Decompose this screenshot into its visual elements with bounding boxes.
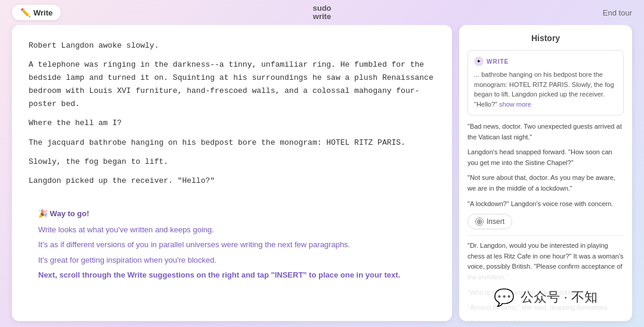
insert-icon-1: ⊕ [475, 217, 484, 226]
editor-panel: Robert Langdon awoke slowly. A telephone… [12, 25, 452, 321]
insert-button-1[interactable]: ⊕ Insert [467, 214, 512, 229]
write-button-label: Write [33, 8, 52, 17]
history-preview: ... bathrobe hanging on his bedpost bore… [474, 70, 617, 109]
paragraph-1: Robert Langdon awoke slowly. [29, 39, 435, 52]
show-more-link[interactable]: show more [499, 101, 531, 108]
end-tour-button[interactable]: End tour [603, 8, 632, 17]
paragraph-4: The jacquard bathrobe hanging on his bed… [29, 136, 435, 150]
wechat-icon: 💬 [494, 288, 515, 307]
pencil-icon: ✏️ [20, 8, 30, 17]
logo-text: sudo write [312, 4, 331, 21]
divider-1 [467, 235, 624, 236]
tour-line-4: Next, scroll through the Write suggestio… [38, 269, 426, 281]
editor-text: Robert Langdon awoke slowly. A telephone… [29, 39, 435, 188]
suggestion-2: Langdon's head snapped forward. "How soo… [467, 147, 624, 168]
tour-line-2: It's as if different versions of you in … [38, 239, 426, 251]
tour-title: 🎉 Way to go! [38, 209, 426, 218]
write-section-header: ✦ WRITE [474, 57, 617, 66]
history-panel: History ✦ WRITE ... bathrobe hanging on … [459, 25, 632, 321]
write-badge-icon: ✦ [474, 57, 484, 66]
paragraph-2: A telephone was ringing in the darkness-… [29, 58, 435, 111]
header: ✏️ Write sudo write End tour [0, 0, 644, 25]
write-section: ✦ WRITE ... bathrobe hanging on his bedp… [467, 50, 624, 116]
watermark-overlay: 💬 公众号 · 不知 [459, 273, 632, 321]
watermark-text: 公众号 · 不知 [521, 288, 597, 306]
history-title: History [467, 33, 624, 43]
paragraph-6: Langdon picked up the receiver. "Hello?" [29, 175, 435, 188]
suggestion-1: "Bad news, doctor. Two unexpected guests… [467, 122, 624, 142]
tour-line-3: It's great for getting inspiration when … [38, 254, 426, 266]
paragraph-3: Where the hell am I? [29, 117, 435, 130]
app-logo: sudo write [312, 4, 331, 21]
write-button[interactable]: ✏️ Write [12, 5, 61, 20]
paragraph-5: Slowly, the fog began to lift. [29, 155, 435, 169]
tour-line-1: Write looks at what you've written and k… [38, 224, 426, 236]
write-badge: WRITE [487, 58, 509, 65]
suggestion-3: "Not sure about that, doctor. As you may… [467, 173, 624, 194]
tour-box: 🎉 Way to go! Write looks at what you've … [29, 200, 435, 294]
main-content: Robert Langdon awoke slowly. A telephone… [0, 25, 644, 327]
suggestion-4: "A lockdown?" Langdon's voice rose with … [467, 199, 624, 210]
